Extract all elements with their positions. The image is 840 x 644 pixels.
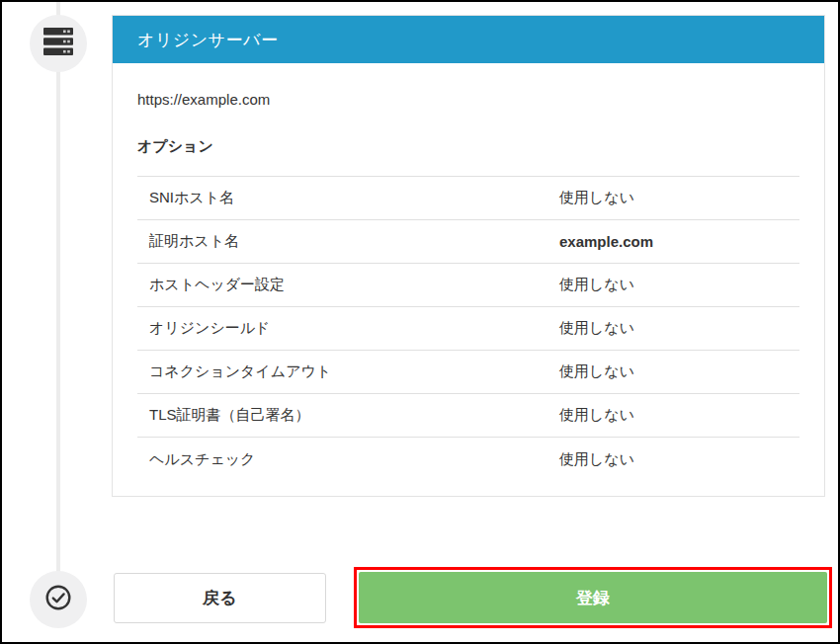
option-value: example.com [559,233,799,250]
check-circle-icon [43,583,73,616]
option-label: 証明ホスト名 [137,232,559,251]
options-heading: オプション [137,135,799,156]
option-value: 使用しない [559,450,799,469]
option-label: SNIホスト名 [137,189,559,207]
step-complete-badge [30,571,87,628]
origin-server-panel: オリジンサーバー https://example.com オプション SNIホス… [112,15,825,497]
panel-title: オリジンサーバー [137,29,278,51]
register-button[interactable]: 登録 [359,572,827,623]
table-row: オリジンシールド 使用しない [137,307,799,351]
table-row: 証明ホスト名 example.com [137,220,799,264]
table-row: コネクションタイムアウト 使用しない [137,351,799,394]
table-row: ヘルスチェック 使用しない [137,438,799,481]
table-row: ホストヘッダー設定 使用しない [137,264,799,307]
option-value: 使用しない [559,276,799,294]
back-button[interactable]: 戻る [114,573,326,623]
panel-body: https://example.com オプション SNIホスト名 使用しない … [113,89,824,481]
table-row: TLS証明書（自己署名） 使用しない [137,394,799,438]
option-label: TLS証明書（自己署名） [137,406,559,425]
option-label: ホストヘッダー設定 [137,276,559,294]
option-value: 使用しない [559,406,799,425]
step-origin-server-badge [30,15,87,72]
options-table: SNIホスト名 使用しない 証明ホスト名 example.com ホストヘッダー… [137,176,799,481]
timeline-connector [56,2,60,603]
page: オリジンサーバー https://example.com オプション SNIホス… [0,0,840,644]
option-label: オリジンシールド [137,319,559,338]
panel-header: オリジンサーバー [113,16,824,63]
option-label: コネクションタイムアウト [137,362,559,381]
annotation-highlight: 登録 [354,567,832,628]
table-row: SNIホスト名 使用しない [137,177,799,220]
origin-url-text: https://example.com [137,89,799,110]
option-value: 使用しない [559,319,799,338]
option-label: ヘルスチェック [137,450,559,469]
server-icon [42,27,74,60]
option-value: 使用しない [559,189,799,207]
option-value: 使用しない [559,362,799,381]
